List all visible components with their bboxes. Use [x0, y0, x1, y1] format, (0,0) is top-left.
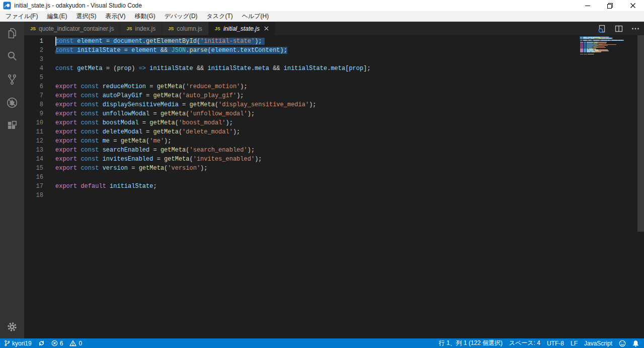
line-text: export const version = getMeta('version'… [55, 164, 208, 173]
code-line-7[interactable]: 7export const autoPlayGif = getMeta('aut… [24, 91, 644, 100]
line-text: export const invitesEnabled = getMeta('i… [55, 155, 262, 164]
statusbar-error-item[interactable]: 6 [51, 340, 63, 347]
code-line-17[interactable]: 17export default initialState; [24, 182, 644, 191]
menu-item-2[interactable]: 選択(S) [71, 11, 101, 21]
code-line-10[interactable]: 10export const boostModal = getMeta('boo… [24, 118, 644, 127]
code-line-9[interactable]: 9export const unfollowModal = getMeta('u… [24, 109, 644, 118]
activity-bar [0, 22, 24, 338]
line-text: const getMeta = (prop) => initialState &… [55, 64, 371, 73]
line-text: export const deleteModal = getMeta('dele… [55, 127, 240, 136]
javascript-file-icon: JS [30, 26, 36, 31]
statusbar-git-branch-item[interactable]: kyori19 [4, 340, 32, 347]
line-number[interactable]: 13 [24, 146, 43, 155]
statusbar-label: JavaScript [584, 340, 612, 347]
warning-icon [69, 340, 76, 346]
tab-label: index.js [135, 25, 155, 32]
line-number[interactable]: 15 [24, 164, 43, 173]
line-number[interactable]: 4 [24, 64, 43, 73]
open-changes-icon[interactable] [597, 24, 607, 34]
line-number[interactable]: 18 [24, 191, 43, 200]
menu-item-3[interactable]: 表示(V) [101, 11, 130, 21]
statusbar-sync-item[interactable] [38, 340, 45, 346]
code-line-13[interactable]: 13export const searchEnabled = getMeta('… [24, 146, 644, 155]
statusbar-bell-item[interactable] [632, 340, 639, 347]
line-number[interactable]: 12 [24, 136, 43, 146]
line-number[interactable]: 16 [24, 173, 43, 182]
activitybar-source-control-icon[interactable] [0, 68, 24, 91]
line-number[interactable]: 14 [24, 155, 43, 164]
line-number[interactable]: 10 [24, 118, 43, 127]
menu-item-1[interactable]: 編集(E) [42, 11, 71, 21]
code-line-3[interactable]: 3 [24, 55, 644, 64]
line-number[interactable]: 9 [24, 109, 43, 118]
javascript-file-icon: JS [168, 26, 174, 31]
sync-icon [38, 340, 45, 346]
split-editor-icon[interactable] [614, 24, 624, 34]
scrollbar-slider[interactable] [637, 35, 644, 232]
minimize-button[interactable] [576, 0, 599, 11]
statusbar-status-right-2[interactable]: UTF-8 [547, 340, 564, 347]
restore-button[interactable] [599, 0, 621, 11]
status-bar: kyori1960 行 1、列 1 (122 個選択)スペース: 4UTF-8L… [0, 338, 644, 348]
code-line-2[interactable]: 2const initialState = element && JSON.pa… [24, 46, 644, 55]
code-line-16[interactable]: 16 [24, 173, 644, 182]
menu-bar: ファイル(F)編集(E)選択(S)表示(V)移動(G)デバッグ(D)タスク(T)… [0, 11, 644, 22]
code-line-1[interactable]: 1const element = document.getElementById… [24, 37, 644, 46]
line-number[interactable]: 3 [24, 55, 43, 64]
more-actions-icon[interactable] [631, 24, 640, 33]
line-number[interactable]: 2 [24, 46, 43, 55]
statusbar-status-right-1[interactable]: スペース: 4 [509, 339, 540, 347]
menu-item-4[interactable]: 移動(G) [130, 11, 159, 21]
tab-quote_indicator_container.js[interactable]: JSquote_indicator_container.js [24, 22, 120, 35]
activitybar-search-icon[interactable] [0, 45, 24, 68]
tab-bar: JSquote_indicator_container.jsJSindex.js… [24, 22, 644, 35]
close-window-button[interactable] [621, 0, 644, 11]
menu-item-5[interactable]: デバッグ(D) [160, 11, 202, 21]
javascript-file-icon: JS [215, 26, 220, 31]
tab-column.js[interactable]: JScolumn.js [162, 22, 209, 35]
editor-scrollbar[interactable] [637, 35, 644, 338]
git-branch-icon [4, 340, 10, 346]
statusbar-status-right-3[interactable]: LF [571, 340, 578, 347]
statusbar-feedback-item[interactable] [619, 340, 626, 347]
line-number[interactable]: 7 [24, 91, 43, 100]
tab-index.js[interactable]: JSindex.js [120, 22, 162, 35]
activitybar-extensions-icon[interactable] [0, 114, 24, 137]
code-line-4[interactable]: 4const getMeta = (prop) => initialState … [24, 64, 644, 73]
line-number[interactable]: 1 [24, 37, 43, 46]
menu-item-7[interactable]: ヘルプ(H) [237, 11, 274, 21]
tab-close-icon[interactable] [264, 26, 269, 31]
line-text: const initialState = element && JSON.par… [55, 46, 287, 55]
statusbar-warning-item[interactable]: 0 [69, 340, 82, 347]
feedback-icon [619, 340, 626, 347]
activitybar-debug-icon[interactable] [0, 91, 24, 114]
tab-label: column.js [177, 25, 202, 32]
statusbar-status-right-4[interactable]: JavaScript [584, 340, 612, 347]
code-editor[interactable]: 1const element = document.getElementById… [24, 35, 644, 338]
line-text: export const reduceMotion = getMeta('red… [55, 82, 248, 91]
code-line-11[interactable]: 11export const deleteModal = getMeta('de… [24, 127, 644, 136]
code-line-6[interactable]: 6export const reduceMotion = getMeta('re… [24, 82, 644, 91]
code-line-14[interactable]: 14export const invitesEnabled = getMeta(… [24, 155, 644, 164]
code-line-18[interactable]: 18 [24, 191, 644, 200]
code-line-12[interactable]: 12export const me = getMeta('me'); [24, 136, 644, 146]
tab-initial_state.js[interactable]: JSinitial_state.js [209, 22, 275, 35]
line-text: export const unfollowModal = getMeta('un… [55, 109, 255, 118]
code-line-5[interactable]: 5 [24, 73, 644, 82]
code-line-8[interactable]: 8export const displaySensitiveMedia = ge… [24, 100, 644, 109]
line-number[interactable]: 5 [24, 73, 43, 82]
code-line-15[interactable]: 15export const version = getMeta('versio… [24, 164, 644, 173]
line-number[interactable]: 8 [24, 100, 43, 109]
statusbar-status-right-0[interactable]: 行 1、列 1 (122 個選択) [439, 339, 503, 347]
menu-item-0[interactable]: ファイル(F) [1, 11, 42, 21]
activitybar-settings-icon[interactable] [0, 315, 24, 338]
activitybar-explorer-icon[interactable] [0, 22, 24, 45]
line-number[interactable]: 17 [24, 182, 43, 191]
bell-icon [632, 340, 639, 347]
menu-item-6[interactable]: タスク(T) [202, 11, 237, 21]
line-number[interactable]: 6 [24, 82, 43, 91]
code-action-lightbulb-icon[interactable] [55, 45, 61, 54]
minimap[interactable] [580, 37, 637, 56]
statusbar-label: LF [571, 340, 578, 347]
line-number[interactable]: 11 [24, 127, 43, 136]
